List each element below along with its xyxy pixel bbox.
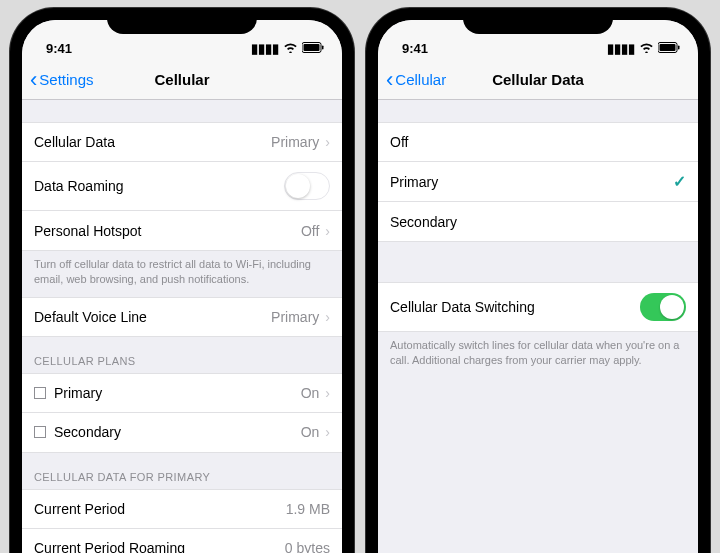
chevron-right-icon: ›	[325, 424, 330, 440]
phone-right: 9:41 ▮▮▮▮ ‹ Cellular Cellular Data Off	[366, 8, 710, 553]
svg-rect-5	[678, 46, 680, 50]
chevron-right-icon: ›	[325, 223, 330, 239]
plan-primary-value: On	[301, 385, 320, 401]
current-period-value: 1.9 MB	[286, 501, 330, 517]
svg-rect-2	[322, 46, 324, 50]
nav-bar-right: ‹ Cellular Cellular Data	[378, 60, 698, 100]
screen-left: 9:41 ▮▮▮▮ ‹ Settings Cellular Cellular D…	[22, 20, 342, 553]
plan-secondary-label: Secondary	[54, 424, 121, 440]
data-switching-row[interactable]: Cellular Data Switching	[378, 282, 698, 332]
plan-secondary-value: On	[301, 424, 320, 440]
cellular-data-label: Cellular Data	[34, 134, 115, 150]
data-roaming-toggle[interactable]	[284, 172, 330, 200]
default-voice-label: Default Voice Line	[34, 309, 147, 325]
signal-icon: ▮▮▮▮	[607, 41, 635, 56]
back-button[interactable]: ‹ Settings	[30, 71, 94, 88]
chevron-right-icon: ›	[325, 309, 330, 325]
screen-right: 9:41 ▮▮▮▮ ‹ Cellular Cellular Data Off	[378, 20, 698, 553]
data-switching-label: Cellular Data Switching	[390, 299, 535, 315]
battery-icon	[302, 41, 324, 56]
current-period-roaming-label: Current Period Roaming	[34, 540, 185, 553]
current-period-roaming-row: Current Period Roaming 0 bytes	[22, 529, 342, 553]
chevron-right-icon: ›	[325, 134, 330, 150]
cellular-data-value: Primary	[271, 134, 319, 150]
default-voice-value: Primary	[271, 309, 319, 325]
signal-icon: ▮▮▮▮	[251, 41, 279, 56]
status-time: 9:41	[46, 41, 72, 56]
nav-bar-left: ‹ Settings Cellular	[22, 60, 342, 100]
personal-hotspot-label: Personal Hotspot	[34, 223, 141, 239]
wifi-icon	[283, 41, 298, 56]
cellular-data-row[interactable]: Cellular Data Primary ›	[22, 122, 342, 162]
status-icons: ▮▮▮▮	[607, 41, 680, 56]
option-secondary-label: Secondary	[390, 214, 457, 230]
current-period-row: Current Period 1.9 MB	[22, 489, 342, 529]
plan-box-icon	[34, 426, 46, 438]
cellular-data-note: Turn off cellular data to restrict all d…	[22, 251, 342, 297]
checkmark-icon: ✓	[673, 172, 686, 191]
notch	[107, 8, 257, 34]
back-button[interactable]: ‹ Cellular	[386, 71, 446, 88]
svg-rect-1	[304, 44, 320, 51]
option-secondary[interactable]: Secondary	[378, 202, 698, 242]
option-off-label: Off	[390, 134, 408, 150]
plan-secondary-row[interactable]: Secondary On ›	[22, 413, 342, 453]
phone-left: 9:41 ▮▮▮▮ ‹ Settings Cellular Cellular D…	[10, 8, 354, 553]
chevron-right-icon: ›	[325, 385, 330, 401]
back-label: Settings	[39, 71, 93, 88]
default-voice-row[interactable]: Default Voice Line Primary ›	[22, 297, 342, 337]
option-primary-label: Primary	[390, 174, 438, 190]
notch	[463, 8, 613, 34]
personal-hotspot-row[interactable]: Personal Hotspot Off ›	[22, 211, 342, 251]
usage-header: CELLULAR DATA FOR PRIMARY	[22, 453, 342, 489]
data-roaming-row[interactable]: Data Roaming	[22, 162, 342, 211]
plan-primary-row[interactable]: Primary On ›	[22, 373, 342, 413]
battery-icon	[658, 41, 680, 56]
personal-hotspot-value: Off	[301, 223, 319, 239]
data-roaming-label: Data Roaming	[34, 178, 124, 194]
back-label: Cellular	[395, 71, 446, 88]
current-period-label: Current Period	[34, 501, 125, 517]
svg-rect-4	[660, 44, 676, 51]
cellular-plans-header: CELLULAR PLANS	[22, 337, 342, 373]
data-switching-toggle[interactable]	[640, 293, 686, 321]
wifi-icon	[639, 41, 654, 56]
status-time: 9:41	[402, 41, 428, 56]
plan-primary-label: Primary	[54, 385, 102, 401]
data-switching-note: Automatically switch lines for cellular …	[378, 332, 698, 378]
plan-box-icon	[34, 387, 46, 399]
status-icons: ▮▮▮▮	[251, 41, 324, 56]
option-primary[interactable]: Primary ✓	[378, 162, 698, 202]
option-off[interactable]: Off	[378, 122, 698, 162]
current-period-roaming-value: 0 bytes	[285, 540, 330, 553]
